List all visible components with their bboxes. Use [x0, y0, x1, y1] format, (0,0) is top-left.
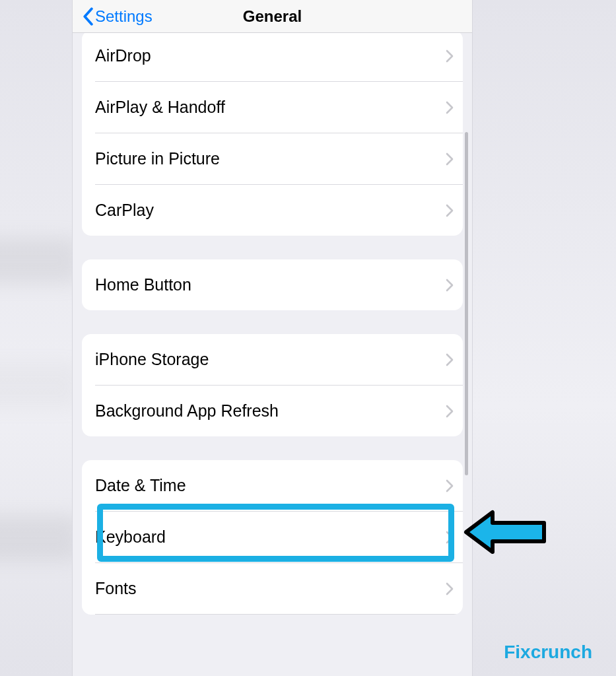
row-background-app-refresh[interactable]: Background App Refresh	[82, 386, 463, 436]
row-date-and-time[interactable]: Date & Time	[82, 460, 463, 511]
row-airplay-handoff[interactable]: AirPlay & Handoff	[82, 82, 463, 133]
chevron-right-icon	[446, 479, 454, 492]
settings-list: AirDrop AirPlay & Handoff Picture in Pic…	[73, 33, 472, 615]
settings-group: Home Button	[82, 259, 463, 310]
chevron-right-icon	[446, 279, 454, 292]
row-home-button[interactable]: Home Button	[82, 259, 463, 310]
row-label: Background App Refresh	[95, 401, 446, 421]
row-airdrop[interactable]: AirDrop	[82, 30, 463, 81]
back-label: Settings	[95, 7, 153, 26]
chevron-left-icon	[82, 7, 94, 26]
row-picture-in-picture[interactable]: Picture in Picture	[82, 133, 463, 184]
row-label: AirDrop	[95, 46, 446, 65]
back-button[interactable]: Settings	[82, 7, 153, 26]
row-label: iPhone Storage	[95, 350, 446, 369]
background-blur	[0, 238, 79, 284]
watermark-bold: Fix	[504, 642, 530, 662]
scroll-indicator[interactable]	[465, 132, 468, 475]
row-label: Fonts	[95, 579, 446, 598]
chevron-right-icon	[446, 582, 454, 595]
chevron-right-icon	[446, 531, 454, 544]
nav-bar: Settings General	[73, 0, 472, 33]
chevron-right-icon	[446, 101, 454, 114]
separator	[95, 614, 463, 615]
watermark-rest: crunch	[531, 642, 592, 662]
row-label: Home Button	[95, 275, 446, 294]
row-keyboard[interactable]: Keyboard	[82, 512, 463, 562]
settings-group: AirDrop AirPlay & Handoff Picture in Pic…	[82, 30, 463, 236]
row-label: Keyboard	[95, 527, 446, 547]
settings-group: Date & Time Keyboard Fonts	[82, 460, 463, 615]
chevron-right-icon	[446, 353, 454, 366]
row-carplay[interactable]: CarPlay	[82, 185, 463, 236]
background-blur	[0, 515, 79, 561]
chevron-right-icon	[446, 50, 454, 63]
annotation-arrow-icon	[462, 508, 548, 556]
settings-group: iPhone Storage Background App Refresh	[82, 334, 463, 436]
chevron-right-icon	[446, 405, 454, 418]
row-label: Picture in Picture	[95, 149, 446, 168]
row-label: AirPlay & Handoff	[95, 98, 446, 117]
row-label: Date & Time	[95, 476, 446, 495]
phone-viewport: Settings General AirDrop AirPlay & Hando…	[73, 0, 472, 676]
row-fonts[interactable]: Fonts	[82, 563, 463, 614]
watermark: Fixcrunch	[504, 642, 592, 663]
chevron-right-icon	[446, 204, 454, 217]
row-iphone-storage[interactable]: iPhone Storage	[82, 334, 463, 385]
background-blur	[0, 363, 79, 409]
row-label: CarPlay	[95, 201, 446, 220]
chevron-right-icon	[446, 152, 454, 166]
